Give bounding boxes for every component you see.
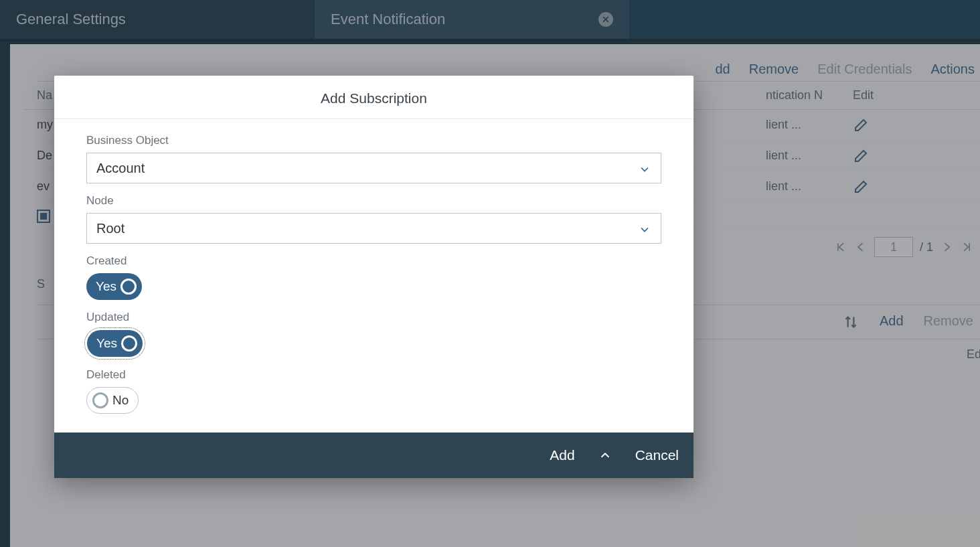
node-label: Node	[86, 194, 661, 208]
deleted-toggle[interactable]: No	[86, 387, 139, 414]
created-label: Created	[86, 254, 661, 268]
updated-toggle[interactable]: Yes	[87, 330, 143, 357]
toggle-knob	[92, 392, 108, 408]
add-subscription-dialog: Add Subscription Business Object Account…	[54, 76, 693, 478]
dialog-cancel-button[interactable]: Cancel	[635, 447, 679, 463]
toggle-knob	[121, 335, 137, 351]
node-value: Root	[96, 221, 125, 236]
business-object-value: Account	[96, 161, 145, 176]
chevron-down-icon	[638, 163, 651, 176]
updated-label: Updated	[86, 311, 661, 324]
chevron-up-icon[interactable]	[598, 448, 612, 463]
node-select[interactable]: Root	[86, 213, 661, 244]
dialog-footer: Add Cancel	[54, 433, 693, 478]
toggle-knob	[120, 279, 137, 295]
deleted-label: Deleted	[86, 368, 661, 382]
created-toggle[interactable]: Yes	[86, 273, 142, 300]
business-object-select[interactable]: Account	[86, 153, 661, 183]
toggle-text: No	[112, 393, 129, 408]
chevron-down-icon	[638, 223, 651, 236]
dialog-add-button[interactable]: Add	[550, 447, 574, 463]
dialog-title: Add Subscription	[54, 76, 693, 119]
toggle-text: Yes	[96, 279, 116, 294]
business-object-label: Business Object	[86, 134, 661, 147]
toggle-text: Yes	[96, 336, 117, 351]
